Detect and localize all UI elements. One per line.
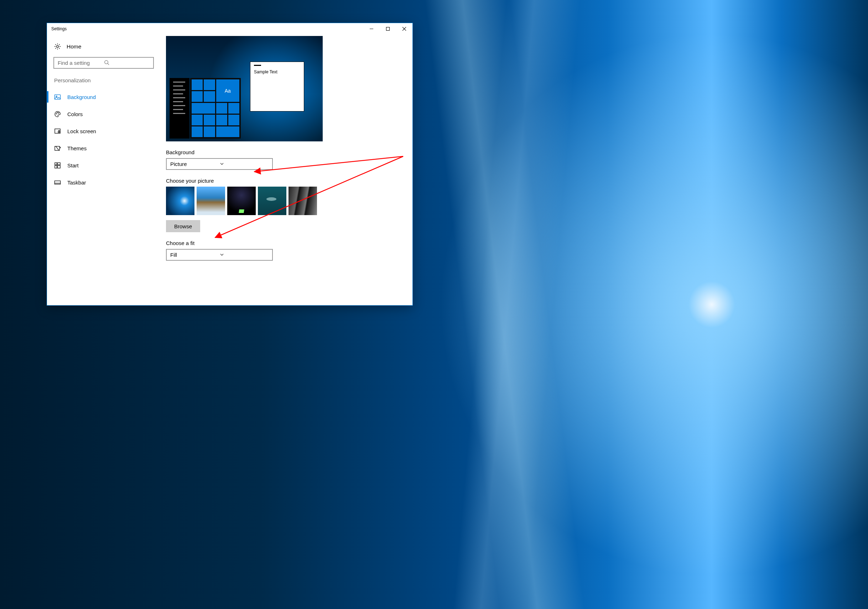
sidebar: Home Find a setting Personalization Back… xyxy=(47,34,164,305)
chevron-down-icon xyxy=(220,161,269,167)
sidebar-item-label: Lock screen xyxy=(67,128,96,134)
sidebar-item-label: Taskbar xyxy=(67,180,86,186)
svg-rect-13 xyxy=(58,131,59,132)
sidebar-item-label: Background xyxy=(67,94,96,100)
sidebar-item-start[interactable]: Start xyxy=(47,157,164,174)
svg-rect-18 xyxy=(58,165,60,168)
svg-rect-19 xyxy=(54,181,60,184)
preview-tile-aa: Aa xyxy=(216,79,240,102)
picture-thumbnails xyxy=(166,187,412,215)
maximize-button[interactable] xyxy=(380,23,396,34)
svg-point-10 xyxy=(57,112,58,113)
preview-sample-text: Sample Text xyxy=(254,70,300,74)
background-value: Picture xyxy=(170,161,220,167)
main-content: Aa Sample Text Background Picture xyxy=(164,34,412,305)
minimize-button[interactable] xyxy=(363,23,380,34)
palette-icon xyxy=(54,111,61,118)
chevron-down-icon xyxy=(220,252,269,258)
svg-rect-17 xyxy=(55,165,57,168)
home-label: Home xyxy=(67,43,81,50)
svg-rect-1 xyxy=(386,28,390,31)
svg-point-11 xyxy=(58,113,59,113)
picture-thumb-1[interactable] xyxy=(166,187,194,215)
settings-window: Settings Home xyxy=(46,23,413,305)
gear-icon xyxy=(54,43,61,50)
browse-label: Browse xyxy=(174,223,192,229)
sidebar-item-label: Themes xyxy=(67,145,87,151)
window-controls xyxy=(363,23,412,34)
preview-start-tiles: Aa xyxy=(190,78,241,138)
picture-thumb-3[interactable] xyxy=(227,187,256,215)
themes-icon xyxy=(54,145,61,152)
background-label: Background xyxy=(166,149,412,155)
search-placeholder: Find a setting xyxy=(58,60,104,66)
background-dropdown[interactable]: Picture xyxy=(166,158,273,170)
sidebar-item-taskbar[interactable]: Taskbar xyxy=(47,174,164,191)
search-input[interactable]: Find a setting xyxy=(53,57,154,69)
svg-point-9 xyxy=(56,113,57,114)
svg-line-6 xyxy=(108,64,109,65)
browse-button[interactable]: Browse xyxy=(166,220,200,232)
picture-icon xyxy=(54,94,61,101)
sidebar-item-themes[interactable]: Themes xyxy=(47,139,164,157)
close-button[interactable] xyxy=(396,23,412,34)
svg-point-4 xyxy=(57,46,59,48)
picture-thumb-5[interactable] xyxy=(288,187,317,215)
sidebar-item-lockscreen[interactable]: Lock screen xyxy=(47,122,164,139)
picture-thumb-4[interactable] xyxy=(258,187,286,215)
start-icon xyxy=(54,162,61,169)
sidebar-item-label: Start xyxy=(67,163,79,169)
nav-list: Background Colors Lock screen xyxy=(47,86,164,191)
search-icon xyxy=(104,60,150,66)
window-title: Settings xyxy=(51,26,363,31)
sidebar-item-colors[interactable]: Colors xyxy=(47,105,164,122)
choose-picture-label: Choose your picture xyxy=(166,178,412,184)
home-link[interactable]: Home xyxy=(47,40,164,53)
svg-point-5 xyxy=(105,60,108,64)
svg-rect-16 xyxy=(58,163,60,164)
desktop-preview: Aa Sample Text xyxy=(166,36,323,141)
taskbar-icon xyxy=(54,179,61,186)
lockframe-icon xyxy=(54,128,61,135)
fit-label: Choose a fit xyxy=(166,240,412,246)
fit-dropdown[interactable]: Fill xyxy=(166,249,273,261)
section-label: Personalization xyxy=(47,69,164,86)
fit-value: Fill xyxy=(170,252,220,258)
sidebar-item-label: Colors xyxy=(67,111,83,117)
picture-thumb-2[interactable] xyxy=(197,187,225,215)
preview-sample-window: Sample Text xyxy=(250,62,304,112)
svg-rect-7 xyxy=(54,95,60,99)
preview-start-list xyxy=(169,78,189,138)
sidebar-item-background[interactable]: Background xyxy=(47,88,164,105)
titlebar: Settings xyxy=(47,23,412,34)
svg-line-21 xyxy=(254,157,403,172)
svg-rect-15 xyxy=(55,163,57,164)
